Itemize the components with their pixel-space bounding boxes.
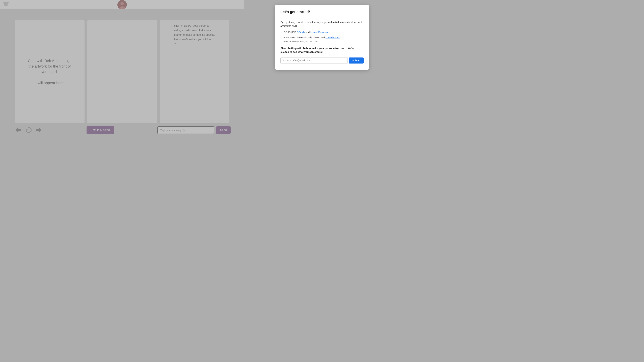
modal-overlay: Let's get started! By registering a vali…	[0, 0, 244, 137]
